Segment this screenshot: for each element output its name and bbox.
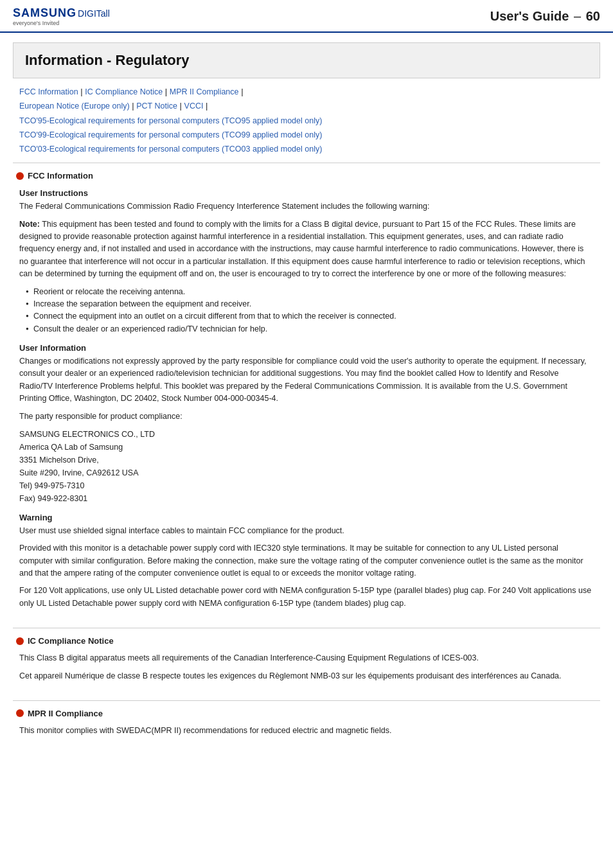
nav-link-ic[interactable]: IC Compliance Notice <box>85 87 163 96</box>
mpr-section: MPR II Compliance This monitor complies … <box>16 709 597 748</box>
nav-link-tco99[interactable]: TCO'99-Ecological requirements for perso… <box>19 130 322 139</box>
mpr-text1: This monitor complies with SWEDAC(MPR II… <box>19 725 594 737</box>
digital-logo: DIGITall <box>78 8 110 19</box>
fcc-bullet <box>16 172 24 180</box>
page-section-title-box: Information - Regulatory <box>13 42 600 78</box>
divider-1 <box>13 163 600 163</box>
logo-tagline: everyone's Invited <box>13 20 110 26</box>
nav-link-european[interactable]: European Notice (Europe only) <box>19 102 130 111</box>
nav-link-tco95[interactable]: TCO'95-Ecological requirements for perso… <box>19 116 322 125</box>
nav-link-tco03[interactable]: TCO'03-Ecological requirements for perso… <box>19 145 322 154</box>
mpr-content: This monitor complies with SWEDAC(MPR II… <box>16 725 597 737</box>
divider-2 <box>13 628 600 628</box>
ic-bullet <box>16 637 24 645</box>
warning-title: Warning <box>19 513 594 522</box>
warning-text1: User must use shielded signal interface … <box>19 525 594 537</box>
nav-link-pct[interactable]: PCT Notice <box>136 102 177 111</box>
user-instructions-title: User Instructions <box>19 188 594 198</box>
address-block: SAMSUNG ELECTRONICS CO., LTD America QA … <box>19 428 594 505</box>
list-item: Consult the dealer or an experienced rad… <box>26 323 594 335</box>
nav-link-mpr[interactable]: MPR II Compliance <box>170 87 239 96</box>
fcc-content: User Instructions The Federal Communicat… <box>16 188 597 610</box>
warning-text2: Provided with this monitor is a detachab… <box>19 542 594 580</box>
logo-area: SAMSUNG DIGITall everyone's Invited <box>13 6 110 26</box>
list-item: Increase the separation between the equi… <box>26 298 594 310</box>
fcc-note: Note: This equipment has been tested and… <box>19 218 594 281</box>
mpr-heading: MPR II Compliance <box>16 709 597 718</box>
list-item: Reorient or relocate the receiving anten… <box>26 286 594 298</box>
user-info-text2: The party responsible for product compli… <box>19 411 594 423</box>
page-title: Information - Regulatory <box>25 52 588 69</box>
nav-link-fcc[interactable]: FCC Information <box>19 87 78 96</box>
samsung-logo: SAMSUNG <box>13 6 76 20</box>
ic-section: IC Compliance Notice This Class B digita… <box>16 636 597 694</box>
fcc-section: FCC Information User Instructions The Fe… <box>16 171 597 621</box>
fcc-heading: FCC Information <box>16 171 597 181</box>
mpr-bullet <box>16 709 24 717</box>
user-info-text1: Changes or modifications not expressly a… <box>19 355 594 405</box>
list-item: Connect the equipment into an outlet on … <box>26 310 594 323</box>
ic-text1: This Class B digital apparatus meets all… <box>19 652 594 664</box>
page-header: SAMSUNG DIGITall everyone's Invited User… <box>0 0 613 33</box>
nav-link-vcci[interactable]: VCCI <box>184 102 204 111</box>
ic-text2: Cet appareil Numérique de classe B respe… <box>19 670 594 682</box>
user-information-title: User Information <box>19 343 594 353</box>
fcc-bullet-list: Reorient or relocate the receiving anten… <box>26 286 594 336</box>
user-instructions-intro: The Federal Communications Commission Ra… <box>19 200 594 213</box>
warning-text3: For 120 Volt applications, use only UL L… <box>19 585 594 610</box>
nav-links-area: FCC Information | IC Compliance Notice |… <box>19 85 594 156</box>
header-page-title: User's Guide – 60 <box>490 9 600 24</box>
divider-3 <box>13 700 600 701</box>
ic-content: This Class B digital apparatus meets all… <box>16 652 597 682</box>
ic-heading: IC Compliance Notice <box>16 636 597 646</box>
